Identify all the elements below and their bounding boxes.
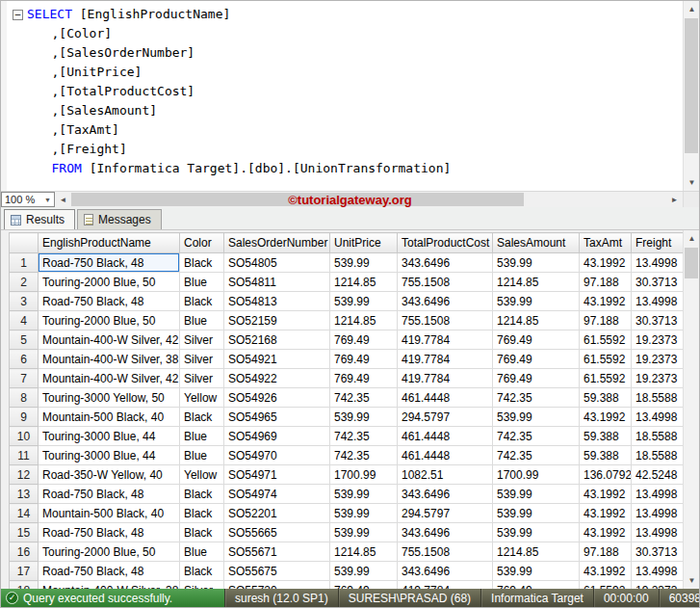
cell[interactable]: Touring-3000 Yellow, 50	[39, 388, 180, 408]
row-number[interactable]: 11	[10, 446, 39, 465]
cell[interactable]: Black	[180, 292, 224, 311]
cell[interactable]: 59.388	[580, 446, 632, 465]
cell[interactable]: SO54921	[224, 350, 330, 369]
cell[interactable]: 539.99	[493, 292, 580, 311]
cell[interactable]: SO54969	[224, 427, 330, 446]
row-number[interactable]: 4	[10, 311, 39, 330]
cell[interactable]: 19.2373	[632, 369, 684, 388]
cell[interactable]: SO55675	[224, 562, 330, 581]
cell[interactable]: SO54965	[224, 408, 330, 427]
cell[interactable]: 539.99	[330, 408, 398, 427]
cell[interactable]: 539.99	[330, 292, 398, 311]
cell[interactable]: 19.2373	[632, 330, 684, 350]
cell[interactable]: Mountain-500 Black, 40	[39, 504, 180, 523]
results-grid[interactable]: EnglishProductNameColorSalesOrderNumberU…	[9, 232, 683, 589]
sql-code[interactable]: −SELECT [EnglishProductName] ,[Color] ,[…	[13, 1, 699, 178]
cell[interactable]: SO54922	[224, 369, 330, 388]
cell[interactable]: SO54970	[224, 446, 330, 465]
row-number[interactable]: 14	[10, 504, 39, 523]
row-number[interactable]: 16	[10, 542, 39, 562]
cell[interactable]: Black	[180, 485, 224, 504]
cell[interactable]: Black	[180, 408, 224, 427]
cell[interactable]: SO54811	[224, 273, 330, 292]
cell[interactable]: 13.4998	[632, 408, 684, 427]
cell[interactable]: 742.35	[330, 427, 398, 446]
cell[interactable]: 461.4448	[398, 388, 493, 408]
cell[interactable]: Touring-3000 Blue, 44	[39, 446, 180, 465]
cell[interactable]: 539.99	[330, 485, 398, 504]
cell[interactable]: 43.1992	[580, 504, 632, 523]
row-number[interactable]: 15	[10, 523, 39, 542]
cell[interactable]: Blue	[180, 446, 224, 465]
row-number[interactable]: 10	[10, 427, 39, 446]
cell[interactable]: 343.6496	[398, 292, 493, 311]
cell[interactable]: Road-350-W Yellow, 40	[39, 465, 180, 485]
cell[interactable]: Black	[180, 253, 224, 273]
cell[interactable]: 1700.99	[330, 465, 398, 485]
cell[interactable]: 742.35	[330, 446, 398, 465]
cell[interactable]: 539.99	[330, 562, 398, 581]
cell[interactable]: Touring-2000 Blue, 50	[39, 273, 180, 292]
column-header[interactable]: TaxAmt	[580, 233, 632, 253]
cell[interactable]: SO54971	[224, 465, 330, 485]
cell[interactable]: 539.99	[330, 253, 398, 273]
cell[interactable]: 19.2373	[632, 581, 684, 590]
cell[interactable]: 13.4998	[632, 292, 684, 311]
scroll-up-icon[interactable]: ▲	[684, 230, 699, 247]
cell[interactable]: 61.5592	[580, 581, 632, 590]
cell[interactable]: 61.5592	[580, 350, 632, 369]
cell[interactable]: 755.1508	[398, 273, 493, 292]
cell[interactable]: SO55671	[224, 542, 330, 562]
cell[interactable]: Touring-2000 Blue, 50	[39, 542, 180, 562]
cell[interactable]: 343.6496	[398, 485, 493, 504]
scroll-up-icon[interactable]: ▲	[684, 1, 700, 17]
cell[interactable]: 769.49	[493, 350, 580, 369]
cell[interactable]: 539.99	[493, 485, 580, 504]
cell[interactable]: Mountain-400-W Silver, 38	[39, 581, 180, 590]
cell[interactable]: Blue	[180, 427, 224, 446]
row-number[interactable]: 5	[10, 330, 39, 350]
cell[interactable]: 769.49	[330, 350, 398, 369]
zoom-select[interactable]: 100 % ▼	[1, 192, 55, 207]
cell[interactable]: SO54926	[224, 388, 330, 408]
cell[interactable]: 18.5588	[632, 427, 684, 446]
cell[interactable]: Mountain-400-W Silver, 38	[39, 350, 180, 369]
column-header[interactable]: EnglishProductName	[39, 233, 180, 253]
cell[interactable]: 343.6496	[398, 523, 493, 542]
row-number[interactable]: 7	[10, 369, 39, 388]
cell[interactable]: 539.99	[493, 523, 580, 542]
column-header[interactable]: SalesOrderNumber	[224, 233, 330, 253]
cell[interactable]: 13.4998	[632, 562, 684, 581]
cell[interactable]: SO54974	[224, 485, 330, 504]
cell[interactable]: 97.188	[580, 311, 632, 330]
cell[interactable]: 343.6496	[398, 562, 493, 581]
cell[interactable]: 97.188	[580, 542, 632, 562]
cell[interactable]: Silver	[180, 369, 224, 388]
row-number[interactable]: 9	[10, 408, 39, 427]
cell[interactable]: 294.5797	[398, 504, 493, 523]
editor-horizontal-scrollbar[interactable]	[71, 192, 666, 207]
horizontal-scroll-thumb[interactable]	[71, 193, 524, 206]
column-header[interactable]: TotalProductCost	[398, 233, 493, 253]
cell[interactable]: 769.49	[330, 330, 398, 350]
cell[interactable]: 539.99	[493, 253, 580, 273]
cell[interactable]: Touring-3000 Blue, 44	[39, 427, 180, 446]
cell[interactable]: 539.99	[330, 523, 398, 542]
row-number[interactable]: 12	[10, 465, 39, 485]
cell[interactable]: 742.35	[493, 427, 580, 446]
cell[interactable]: SO52159	[224, 311, 330, 330]
cell[interactable]: 461.4448	[398, 427, 493, 446]
cell[interactable]: 18.5588	[632, 446, 684, 465]
cell[interactable]: 43.1992	[580, 253, 632, 273]
cell[interactable]: 769.49	[330, 581, 398, 590]
cell[interactable]: 343.6496	[398, 253, 493, 273]
row-number[interactable]: 8	[10, 388, 39, 408]
cell[interactable]: 769.49	[493, 330, 580, 350]
cell[interactable]: 1214.85	[493, 273, 580, 292]
cell[interactable]: Touring-2000 Blue, 50	[39, 311, 180, 330]
cell[interactable]: 539.99	[330, 504, 398, 523]
cell[interactable]: Black	[180, 504, 224, 523]
grid-scroll-thumb[interactable]	[685, 248, 698, 278]
row-number[interactable]: 6	[10, 350, 39, 369]
cell[interactable]: 1214.85	[493, 542, 580, 562]
